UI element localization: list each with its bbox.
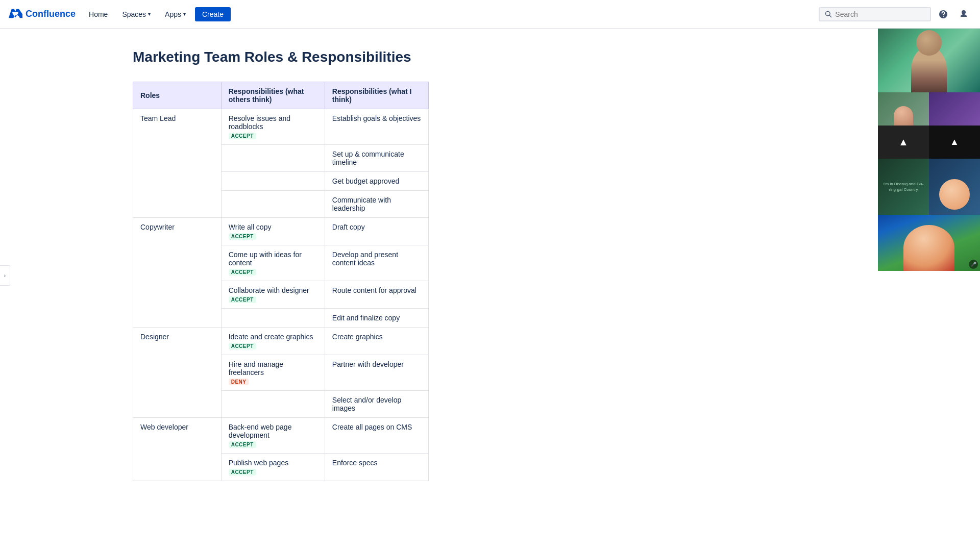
role-cell: Copywriter — [133, 218, 222, 328]
resp-mine-cell: Develop and present content ideas — [325, 245, 428, 281]
spaces-chevron-icon: ▾ — [148, 11, 151, 17]
search-icon — [825, 10, 832, 18]
resp-others-cell: Hire and manage freelancersDENY — [221, 355, 325, 391]
resp-mine-cell: Draft copy — [325, 218, 428, 245]
resp-others-cell — [221, 172, 325, 191]
resp-others-cell — [221, 145, 325, 172]
resp-others-cell: Back-end web page developmentACCEPT — [221, 418, 325, 454]
resp-others-cell — [221, 191, 325, 218]
search-input[interactable] — [835, 10, 925, 18]
confluence-logo[interactable]: Confluence — [8, 7, 76, 21]
resp-others-cell: Come up with ideas for contentACCEPT — [221, 245, 325, 281]
video-tile-1 — [878, 18, 980, 92]
badge-accept: ACCEPT — [229, 233, 256, 240]
resp-mine-cell: Establish goals & objectives — [325, 109, 428, 145]
create-button[interactable]: Create — [195, 7, 231, 21]
nav-spaces[interactable]: Spaces ▾ — [117, 6, 156, 22]
resp-others-cell: Ideate and create graphicsACCEPT — [221, 328, 325, 355]
table-row: Web developerBack-end web page developme… — [133, 418, 429, 454]
resp-others-cell: Resolve issues and roadblocksACCEPT — [221, 109, 325, 145]
badge-accept: ACCEPT — [229, 296, 256, 303]
badge-accept: ACCEPT — [229, 269, 256, 276]
user-icon — [959, 9, 969, 19]
video-person-cell-3 — [929, 159, 980, 215]
resp-mine-cell: Get budget approved — [325, 172, 428, 191]
resp-others-cell — [221, 391, 325, 418]
video-panel: ▲ ▲ I'm in Dharug and Gu-ring-gai Countr… — [878, 18, 980, 271]
video-tile-large: 🎤 — [878, 215, 980, 271]
resp-mine-cell: Set up & communicate timeline — [325, 145, 428, 172]
role-cell: Designer — [133, 328, 222, 418]
role-cell: Web developer — [133, 418, 222, 481]
resp-mine-cell: Communicate with leadership — [325, 191, 428, 218]
header-resp-mine: Responsibilities (what I think) — [325, 82, 428, 109]
roles-table: Roles Responsibilities (what others thin… — [133, 82, 429, 481]
resp-mine-cell: Edit and finalize copy — [325, 309, 428, 328]
badge-accept: ACCEPT — [229, 343, 256, 349]
video-grid-1: ▲ ▲ — [878, 92, 980, 159]
video-row-3: I'm in Dharug and Gu-ring-gai Country — [878, 159, 980, 215]
help-button[interactable] — [935, 6, 951, 22]
badge-accept: ACCEPT — [229, 441, 256, 448]
header-resp-others: Responsibilities (what others think) — [221, 82, 325, 109]
video-tile-2d: ▲ — [929, 126, 980, 159]
resp-mine-cell: Partner with developer — [325, 355, 428, 391]
main-content: Marketing Team Roles & Responsibilities … — [0, 29, 643, 502]
resp-others-cell: Publish web pagesACCEPT — [221, 454, 325, 481]
resp-mine-cell: Route content for approval — [325, 281, 428, 309]
resp-others-cell: Collaborate with designerACCEPT — [221, 281, 325, 309]
video-tile-2c: ▲ — [878, 126, 929, 159]
badge-accept: ACCEPT — [229, 469, 256, 475]
sidebar-toggle[interactable]: › — [0, 265, 10, 286]
badge-accept: ACCEPT — [229, 133, 256, 139]
table-row: Team LeadResolve issues and roadblocksAC… — [133, 109, 429, 145]
nav-apps[interactable]: Apps ▾ — [160, 6, 191, 22]
signin-button[interactable] — [955, 6, 972, 22]
nav-home[interactable]: Home — [84, 6, 113, 22]
role-cell: Team Lead — [133, 109, 222, 218]
mic-icon: 🎤 — [969, 260, 978, 269]
table-wrapper: Roles Responsibilities (what others thin… — [133, 82, 592, 481]
video-tile-2a — [878, 92, 929, 126]
table-row: CopywriterWrite all copyACCEPTDraft copy — [133, 218, 429, 245]
apps-chevron-icon: ▾ — [183, 11, 186, 17]
search-box[interactable] — [819, 7, 931, 21]
video-tile-2b — [929, 92, 980, 126]
resp-mine-cell: Enforce specs — [325, 454, 428, 481]
resp-mine-cell: Create graphics — [325, 328, 428, 355]
navbar: Confluence Home Spaces ▾ Apps ▾ Create — [0, 0, 980, 29]
help-icon — [938, 9, 948, 19]
table-row: DesignerIdeate and create graphicsACCEPT… — [133, 328, 429, 355]
resp-mine-cell: Create all pages on CMS — [325, 418, 428, 454]
page-title: Marketing Team Roles & Responsibilities — [31, 49, 612, 65]
badge-deny: DENY — [229, 379, 249, 385]
resp-mine-cell: Select and/or develop images — [325, 391, 428, 418]
header-roles: Roles — [133, 82, 222, 109]
resp-others-cell — [221, 309, 325, 328]
video-country-cell: I'm in Dharug and Gu-ring-gai Country — [878, 159, 929, 215]
nav-right — [819, 6, 972, 22]
resp-others-cell: Write all copyACCEPT — [221, 218, 325, 245]
